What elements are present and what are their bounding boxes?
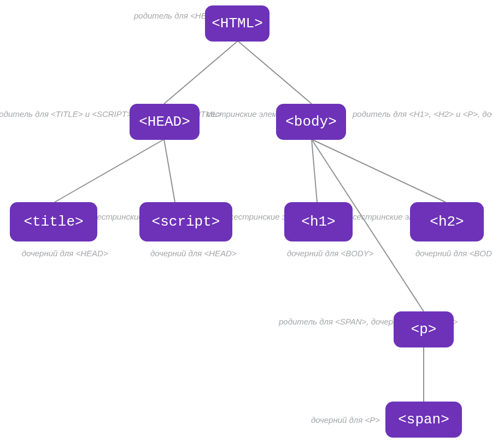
annot-h1-h2-mid: сестринские элементы (353, 212, 407, 222)
node-html: <HTML> (205, 5, 270, 42)
annot-p-left: родитель для <SPAN>, дочерний для <BODY> (279, 317, 388, 327)
svg-line-0 (164, 41, 238, 104)
dom-tree-diagram: <HTML> <HEAD> <body> <title> <script> <h… (0, 0, 492, 448)
node-body-label: <body> (285, 114, 337, 130)
node-h1: <h1> (284, 202, 353, 241)
node-html-label: <HTML> (212, 15, 263, 32)
annot-h1-below: дочерний для <BODY> (287, 249, 353, 259)
node-p: <p> (394, 311, 454, 347)
node-span: <span> (385, 402, 462, 438)
annot-script-h1-mid: сестринские элементы (230, 212, 284, 222)
annot-span-left: дочерний для <P> (303, 415, 380, 426)
node-head-label: <HEAD> (139, 114, 190, 130)
svg-line-2 (55, 139, 164, 202)
node-h1-label: <h1> (301, 214, 335, 230)
node-title-label: <title> (24, 214, 83, 230)
node-h2: <h2> (410, 202, 484, 241)
node-body: <body> (276, 104, 346, 140)
node-h2-label: <h2> (430, 214, 464, 230)
node-script-label: <script> (152, 214, 220, 230)
node-script: <script> (139, 202, 232, 241)
node-p-label: <p> (411, 321, 437, 338)
annot-body-right: родитель для <H1>, <H2> и <P>, дочерний … (353, 109, 492, 120)
node-head: <HEAD> (130, 104, 200, 140)
svg-line-3 (164, 139, 175, 202)
annot-head-left: родитель для <TITLE> и <SCRIPT>, дочерни… (0, 109, 126, 120)
annot-head-body-mid: сестринские элементы (207, 109, 272, 120)
node-title: <title> (10, 202, 97, 241)
annot-title-below: дочерний для <HEAD> (22, 249, 87, 259)
svg-line-1 (238, 41, 312, 104)
svg-line-4 (312, 139, 317, 202)
annot-script-below: дочерний для <HEAD> (150, 249, 221, 259)
annot-html-above: родитель для <HEAD> и <BODY> (134, 11, 200, 21)
annot-h2-below: дочерний для <BODY> (415, 249, 481, 259)
node-span-label: <span> (398, 411, 449, 428)
